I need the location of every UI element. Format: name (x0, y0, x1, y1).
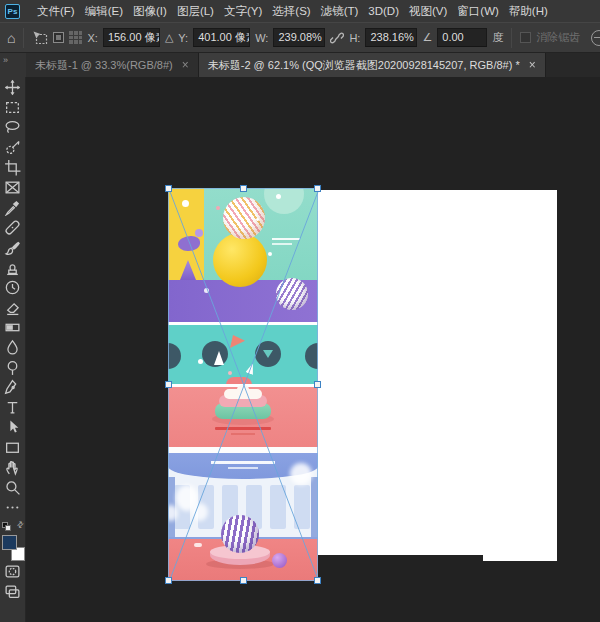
menu-window[interactable]: 窗口(W) (453, 4, 503, 19)
menu-image[interactable]: 图像(I) (129, 4, 171, 19)
transform-handle-middle-right[interactable] (314, 381, 321, 388)
width-label: W: (255, 32, 268, 44)
crop-tool[interactable] (0, 157, 26, 177)
eyedropper-tool[interactable] (0, 197, 26, 217)
clone-stamp-tool[interactable] (0, 257, 26, 277)
spot-healing-brush-tool[interactable] (0, 217, 26, 237)
angle-input[interactable]: 0.00 (437, 28, 487, 47)
hand-tool[interactable] (0, 457, 26, 477)
blur-tool[interactable] (0, 337, 26, 357)
transform-diagonals (169, 189, 319, 582)
close-icon[interactable]: × (182, 59, 189, 71)
transform-handle-bottom-left[interactable] (165, 577, 172, 584)
frame-tool[interactable] (0, 177, 26, 197)
lasso-tool[interactable] (0, 117, 26, 137)
reference-point-locator-icon (69, 31, 82, 44)
tab-label: 未标题-2 @ 62.1% (QQ浏览器截图20200928145207, RG… (208, 58, 520, 73)
height-label: H: (349, 32, 360, 44)
y-input[interactable]: 401.00 像素 (193, 28, 250, 47)
options-bar: ⌂ X: 156.00 像素 △ Y: 401.00 像素 W: 239.08%… (0, 22, 600, 53)
menu-edit[interactable]: 编辑(E) (81, 4, 127, 19)
mini-color-controls: ⇄ (2, 520, 24, 532)
transform-handle-top-left[interactable] (165, 185, 172, 192)
screen-mode-button[interactable] (0, 581, 26, 601)
maintain-aspect-ratio-icon[interactable] (330, 31, 344, 45)
rectangular-marquee-tool[interactable] (0, 97, 26, 117)
gradient-tool[interactable] (0, 317, 26, 337)
divider (23, 28, 24, 48)
reference-point-checkbox[interactable] (53, 32, 64, 43)
transform-handle-bottom-center[interactable] (240, 577, 247, 584)
menu-help[interactable]: 帮助(H) (505, 4, 552, 19)
pen-tool[interactable] (0, 377, 26, 397)
quick-selection-tool[interactable] (0, 137, 26, 157)
height-input[interactable]: 238.16% (365, 28, 417, 47)
toolbar-expand-icon[interactable]: » (0, 53, 26, 77)
tab-untitled-1[interactable]: 未标题-1 @ 33.3%(RGB/8#) × (26, 53, 199, 77)
relative-position-toggle[interactable]: △ (165, 31, 173, 44)
divider (511, 28, 512, 48)
x-label: X: (87, 32, 97, 44)
menu-select[interactable]: 选择(S) (268, 4, 314, 19)
edit-toolbar-ellipsis[interactable] (0, 497, 26, 517)
transform-handle-middle-left[interactable] (165, 381, 172, 388)
width-input[interactable]: 239.08% (273, 28, 325, 47)
tab-label: 未标题-1 @ 33.3%(RGB/8#) (35, 58, 173, 73)
default-colors-icon[interactable] (2, 522, 11, 531)
transform-tool-icon (32, 30, 48, 46)
document-canvas (318, 190, 557, 555)
move-tool[interactable] (0, 77, 26, 97)
transform-handle-top-center[interactable] (240, 185, 247, 192)
menu-view[interactable]: 视图(V) (405, 4, 451, 19)
history-brush-tool[interactable] (0, 277, 26, 297)
type-tool[interactable] (0, 397, 26, 417)
close-icon[interactable]: × (529, 59, 536, 71)
transform-bounding-box (168, 188, 318, 581)
brush-tool[interactable] (0, 237, 26, 257)
menu-bar: Ps 文件(F) 编辑(E) 图像(I) 图层(L) 文字(Y) 选择(S) 滤… (0, 0, 600, 22)
home-icon[interactable]: ⌂ (7, 30, 15, 46)
angle-unit-label: 度 (492, 30, 503, 45)
toolbar: ⇄ (0, 77, 26, 622)
canvas-area[interactable] (26, 77, 600, 622)
foreground-color-swatch[interactable] (2, 535, 17, 550)
quick-mask-button[interactable] (0, 561, 26, 581)
rotate-angle-icon: ∠ (422, 31, 432, 44)
menu-layer[interactable]: 图层(L) (173, 4, 218, 19)
warp-mode-icon[interactable] (591, 30, 600, 46)
menu-file[interactable]: 文件(F) (33, 4, 79, 19)
menu-filter[interactable]: 滤镜(T) (317, 4, 363, 19)
tab-untitled-2[interactable]: 未标题-2 @ 62.1% (QQ浏览器截图20200928145207, RG… (199, 53, 546, 77)
color-swatches (1, 535, 25, 561)
antialias-checkbox (520, 32, 531, 43)
dodge-tool[interactable] (0, 357, 26, 377)
document-canvas-edge (483, 555, 557, 561)
swap-colors-icon[interactable]: ⇄ (15, 519, 26, 530)
rectangle-tool[interactable] (0, 437, 26, 457)
path-selection-tool[interactable] (0, 417, 26, 437)
y-label: Y: (178, 32, 188, 44)
transform-handle-bottom-right[interactable] (314, 577, 321, 584)
photoshop-logo-icon[interactable]: Ps (5, 4, 20, 19)
document-tab-bar: » 未标题-1 @ 33.3%(RGB/8#) × 未标题-2 @ 62.1% … (0, 53, 600, 77)
menu-type[interactable]: 文字(Y) (220, 4, 266, 19)
antialias-label: 消除锯齿 (536, 30, 580, 45)
menu-3d[interactable]: 3D(D) (364, 5, 403, 17)
x-input[interactable]: 156.00 像素 (103, 28, 160, 47)
zoom-tool[interactable] (0, 477, 26, 497)
eraser-tool[interactable] (0, 297, 26, 317)
transform-handle-top-right[interactable] (314, 185, 321, 192)
